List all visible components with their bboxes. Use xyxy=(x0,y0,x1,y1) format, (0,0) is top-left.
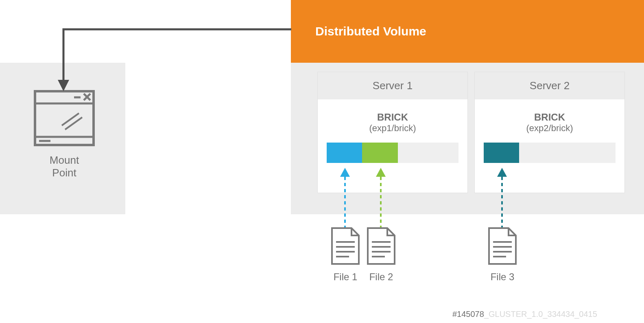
file-arrow-3 xyxy=(497,168,507,229)
volume-header: Distributed Volume xyxy=(291,0,644,63)
server-2-brick-title: BRICK xyxy=(475,112,624,123)
server-2-seg-1 xyxy=(484,143,519,163)
mount-point-line2: Point xyxy=(52,167,76,179)
mount-point-label: Mount Point xyxy=(33,154,95,179)
footer-faded: _GLUSTER_1.0_334434_0415 xyxy=(484,310,597,319)
svg-marker-15 xyxy=(497,168,507,177)
file-label-1: File 1 xyxy=(325,271,365,283)
file-label-3: File 3 xyxy=(482,271,522,283)
volume-title: Distributed Volume xyxy=(315,24,426,38)
window-icon xyxy=(33,90,95,147)
file-icon-1 xyxy=(330,226,360,266)
file-arrow-1 xyxy=(340,168,350,229)
svg-marker-13 xyxy=(376,168,386,177)
server-1-seg-1 xyxy=(327,143,362,163)
file-arrow-2 xyxy=(376,168,386,229)
server-2-bar xyxy=(484,143,616,163)
server-1-brick-title: BRICK xyxy=(318,112,467,123)
server-1-brick-path: (exp1/brick) xyxy=(318,123,467,134)
server-2-brick-path: (exp2/brick) xyxy=(475,123,624,134)
server-1-seg-2 xyxy=(362,143,397,163)
mount-point-line1: Mount xyxy=(50,154,79,166)
footer-id: #145078_GLUSTER_1.0_334434_0415 xyxy=(452,310,597,319)
server-1-bar xyxy=(327,143,458,163)
svg-marker-9 xyxy=(58,80,69,91)
file-label-2: File 2 xyxy=(361,271,401,283)
server-2-header: Server 2 xyxy=(475,72,624,99)
server-1-header: Server 1 xyxy=(318,72,467,99)
footer-visible: #145078 xyxy=(452,310,484,319)
file-icon-2 xyxy=(366,226,396,266)
connector-arrow xyxy=(0,0,309,98)
svg-marker-11 xyxy=(340,168,350,177)
svg-line-6 xyxy=(62,113,79,125)
file-icon-3 xyxy=(487,226,517,266)
svg-line-7 xyxy=(65,117,82,130)
